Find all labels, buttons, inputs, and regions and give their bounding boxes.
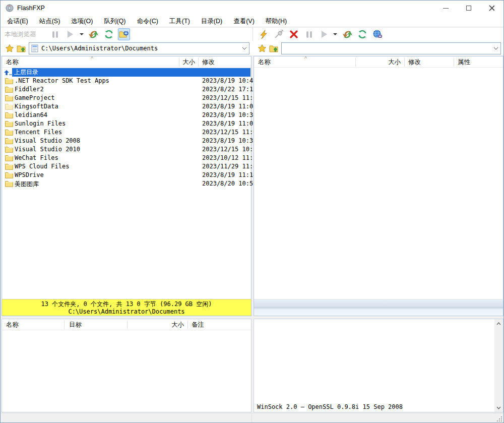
address-row: C:\Users\Administrator\Documents	[1, 41, 503, 56]
chevron-down-icon[interactable]	[242, 47, 247, 50]
file-row[interactable]: leidian64 2023/8/19 10:30	[2, 111, 251, 119]
favorites-star-icon[interactable]	[258, 44, 267, 53]
maximize-button[interactable]	[457, 1, 480, 16]
file-name: KingsoftData	[15, 103, 58, 110]
flashfxp-window: FlashFXP 会话(E) 站点(S) 选项(O) 队列(Q) 命令(C) 工…	[0, 0, 504, 423]
parent-directory-row[interactable]: 上层目录	[2, 68, 251, 77]
abort-x-icon	[289, 30, 298, 39]
queue-header: 名称 目标 大小 备注	[2, 319, 251, 330]
file-name: leidian64	[15, 111, 47, 118]
pause-icon	[52, 31, 58, 38]
menu-item[interactable]: 工具(T)	[164, 16, 196, 27]
file-name: .NET Reactor SDK Test Apps	[15, 77, 109, 84]
file-row[interactable]: KingsoftData 2023/8/19 11:08	[2, 102, 251, 111]
folder-icon	[5, 146, 13, 153]
menu-item[interactable]: 队列(Q)	[98, 16, 131, 27]
file-row[interactable]: WPS Cloud Files 2023/11/29 11:49	[2, 162, 251, 171]
menu-item[interactable]: 会话(E)	[2, 16, 34, 27]
remote-path-combobox[interactable]	[281, 42, 501, 54]
menu-item[interactable]: 帮助(H)	[260, 16, 292, 27]
column-header-attributes[interactable]: 属性	[458, 56, 470, 68]
file-row[interactable]: WeChat Files 2023/10/12 11:57	[2, 154, 251, 162]
connect-button[interactable]	[258, 28, 270, 40]
file-modified: 2023/12/15 11:09	[202, 94, 261, 101]
transfer-queue-button[interactable]	[65, 28, 77, 40]
folder-up-icon[interactable]	[17, 44, 26, 53]
play-icon	[68, 31, 73, 38]
column-header-note[interactable]: 备注	[192, 319, 204, 330]
remote-transfer-queue-button[interactable]	[318, 28, 330, 40]
status-strip	[1, 413, 503, 423]
file-row[interactable]: Fiddler2 2023/8/22 17:13	[2, 85, 251, 94]
dropdown-caret-icon[interactable]	[80, 33, 84, 35]
menu-item[interactable]: 查看(V)	[228, 16, 260, 27]
file-row[interactable]: Tencent Files 2023/12/15 11:05	[2, 128, 251, 137]
pause-button[interactable]	[49, 28, 61, 40]
menu-item[interactable]: 目录(D)	[196, 16, 228, 27]
folder-icon	[5, 103, 13, 110]
remote-refresh-button[interactable]	[356, 28, 368, 40]
file-row[interactable]: Visual Studio 2008 2023/8/19 10:35	[2, 137, 251, 145]
folder-icon	[5, 180, 13, 187]
folder-icon	[5, 171, 13, 178]
file-row[interactable]: WPSDrive 2023/8/19 11:14	[2, 171, 251, 179]
scroll-down-button[interactable]	[494, 403, 503, 412]
remote-list-header: ^ 名称 大小 修改 属性	[254, 56, 503, 68]
local-browser-toggle-button[interactable]	[118, 28, 130, 40]
refresh-icon	[104, 29, 114, 39]
local-browser-icon	[119, 30, 129, 39]
folder-icon	[5, 94, 13, 101]
remote-pause-button[interactable]	[303, 28, 315, 40]
file-modified: 2023/12/15 11:05	[202, 129, 261, 136]
file-row[interactable]: GameProject 2023/12/15 11:09	[2, 94, 251, 102]
file-row[interactable]: .NET Reactor SDK Test Apps 2023/8/19 10:…	[2, 77, 251, 85]
menu-item[interactable]: 选项(O)	[66, 16, 98, 27]
play-icon	[322, 31, 327, 38]
column-header-modified[interactable]: 修改	[202, 56, 215, 68]
transfer-button[interactable]	[88, 28, 100, 40]
quick-connect-button[interactable]	[273, 28, 285, 40]
log-text: WinSock 2.0 — OpenSSL 0.9.8i 15 Sep 2008	[257, 403, 403, 410]
file-modified: 2023/8/19 11:07	[202, 120, 257, 127]
local-path-combobox[interactable]: C:\Users\Administrator\Documents	[29, 42, 249, 54]
window-title: FlashFXP	[17, 5, 45, 12]
column-header-target[interactable]: 目标	[69, 319, 82, 330]
local-browser-label: 本地浏览器	[5, 30, 36, 39]
menu-item[interactable]: 站点(S)	[34, 16, 66, 27]
column-header-name[interactable]: 名称	[6, 319, 19, 330]
column-header-size[interactable]: 大小	[179, 56, 195, 68]
menu-item[interactable]: 命令(C)	[131, 16, 163, 27]
folder-icon	[5, 163, 13, 170]
column-header-size[interactable]: 大小	[166, 319, 184, 330]
file-modified: 2023/8/19 10:35	[202, 137, 257, 144]
column-header-name[interactable]: 名称	[6, 56, 19, 68]
column-header-modified[interactable]: 修改	[408, 56, 421, 68]
abort-button[interactable]	[288, 28, 300, 40]
column-header-name[interactable]: 名称	[258, 56, 271, 68]
folder-icon	[5, 86, 13, 93]
folder-up-arrow-icon	[3, 68, 12, 76]
folder-up-icon[interactable]	[269, 44, 278, 53]
scroll-up-button[interactable]	[494, 319, 503, 328]
folder-icon	[5, 111, 13, 118]
transfer-icon	[342, 29, 353, 40]
remote-browser-button[interactable]	[371, 28, 384, 40]
file-row[interactable]: 美图图库 2023/8/20 10:59	[2, 179, 251, 188]
chevron-up-icon	[496, 322, 501, 325]
refresh-button[interactable]	[103, 28, 115, 40]
chevron-down-icon[interactable]	[493, 47, 498, 50]
minimize-button[interactable]	[434, 1, 457, 16]
close-button[interactable]	[480, 1, 503, 16]
file-row[interactable]: Visual Studio 2010 2023/12/15 10:56	[2, 145, 251, 154]
dropdown-caret-icon[interactable]	[333, 33, 337, 35]
file-row[interactable]: Sunlogin Files 2023/8/19 11:07	[2, 119, 251, 128]
close-icon	[489, 5, 495, 11]
favorites-star-icon[interactable]	[5, 44, 14, 53]
remote-transfer-button[interactable]	[341, 28, 353, 40]
log-scrollbar[interactable]	[494, 319, 503, 412]
sort-ascending-icon: ^	[91, 55, 93, 62]
refresh-icon	[357, 29, 367, 39]
column-header-size[interactable]: 大小	[383, 56, 401, 68]
resize-grip[interactable]	[496, 416, 502, 422]
pause-icon	[306, 31, 312, 38]
